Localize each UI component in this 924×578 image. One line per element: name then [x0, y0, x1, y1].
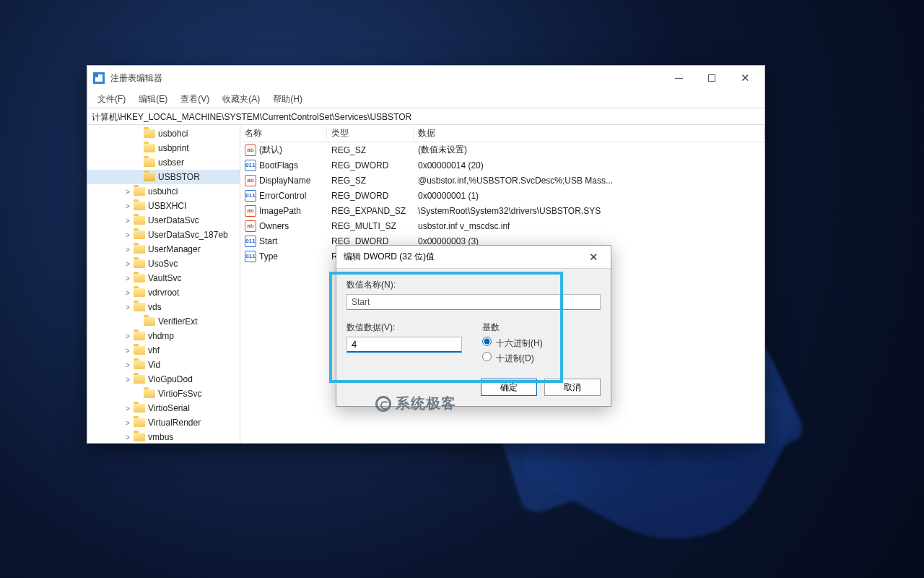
value-name: ErrorControl — [259, 191, 306, 201]
tree-item-label: Vid — [148, 360, 160, 370]
registry-tree[interactable]: usbohciusbprintusbserUSBSTOR>usbuhci>USB… — [87, 125, 240, 443]
expand-icon[interactable]: > — [122, 260, 134, 268]
folder-icon — [134, 259, 145, 268]
tree-item[interactable]: >VirtioSerial — [87, 401, 240, 415]
tree-item[interactable]: USBSTOR — [87, 170, 240, 184]
close-button[interactable]: ✕ — [728, 67, 762, 89]
tree-item[interactable]: >UserManager — [87, 242, 240, 256]
value-row[interactable]: abOwnersREG_MULTI_SZusbstor.inf v_mscdsc… — [240, 218, 764, 233]
tree-item[interactable]: usbohci — [87, 126, 240, 141]
expand-icon[interactable]: > — [122, 217, 134, 225]
menu-file[interactable]: 文件(F) — [92, 91, 131, 108]
column-headers[interactable]: 名称 类型 数据 — [240, 125, 764, 142]
header-name[interactable]: 名称 — [240, 127, 327, 139]
value-type: REG_MULTI_SZ — [327, 221, 414, 231]
value-name: Start — [259, 236, 277, 246]
value-type-icon: 011 — [245, 236, 256, 247]
expand-icon[interactable]: > — [122, 202, 134, 210]
value-type: REG_DWORD — [327, 191, 414, 201]
expand-icon[interactable]: > — [122, 347, 134, 355]
menu-edit[interactable]: 编辑(E) — [133, 91, 173, 108]
tree-item[interactable]: >vds — [87, 300, 240, 314]
menubar: 文件(F) 编辑(E) 查看(V) 收藏夹(A) 帮助(H) — [87, 90, 764, 108]
menu-favorites[interactable]: 收藏夹(A) — [217, 91, 266, 108]
tree-item-label: vhdmp — [148, 331, 174, 341]
tree-item[interactable]: VerifierExt — [87, 314, 240, 329]
value-name-label: 数值名称(N): — [346, 279, 601, 291]
window-title: 注册表编辑器 — [110, 72, 162, 85]
tree-item[interactable]: usbser — [87, 155, 240, 170]
tree-item[interactable]: usbprint — [87, 141, 240, 155]
value-name: BootFlags — [259, 160, 298, 171]
header-data[interactable]: 数据 — [414, 127, 764, 139]
radio-hex[interactable]: 十六进制(H) — [482, 337, 543, 350]
expand-icon[interactable]: > — [122, 303, 134, 311]
tree-item[interactable]: >USBXHCI — [87, 199, 240, 213]
dialog-close-button[interactable]: ✕ — [583, 251, 603, 264]
tree-item[interactable]: >vmbus — [87, 430, 240, 443]
tree-item[interactable]: VirtioFsSvc — [87, 387, 240, 401]
base-label: 基数 — [482, 322, 543, 334]
radio-dec[interactable]: 十进制(D) — [482, 352, 543, 365]
folder-icon — [134, 187, 145, 196]
expand-icon[interactable]: > — [122, 361, 134, 369]
value-row[interactable]: 011BootFlagsREG_DWORD0x00000014 (20) — [240, 158, 764, 173]
expand-icon[interactable]: > — [122, 405, 134, 413]
dialog-titlebar[interactable]: 编辑 DWORD (32 位)值 ✕ — [336, 246, 611, 269]
expand-icon[interactable]: > — [122, 188, 134, 196]
value-row[interactable]: abImagePathREG_EXPAND_SZ\SystemRoot\Syst… — [240, 203, 764, 218]
value-type-icon: 011 — [245, 160, 256, 171]
value-name-field[interactable] — [346, 294, 601, 310]
tree-item[interactable]: >UserDataSvc — [87, 213, 240, 228]
folder-icon — [134, 202, 145, 210]
expand-icon[interactable]: > — [122, 246, 134, 254]
regedit-icon — [93, 72, 105, 84]
expand-icon[interactable]: > — [122, 419, 134, 427]
value-data: 0x00000001 (1) — [414, 191, 764, 201]
tree-item[interactable]: >usbuhci — [87, 184, 240, 199]
ok-button[interactable]: 确定 — [481, 379, 537, 396]
minimize-button[interactable] — [662, 67, 695, 89]
cancel-button[interactable]: 取消 — [544, 379, 601, 396]
folder-icon — [134, 274, 145, 282]
expand-icon[interactable]: > — [122, 275, 134, 282]
value-row[interactable]: abDisplayNameREG_SZ@usbstor.inf,%USBSTOR… — [240, 173, 764, 188]
titlebar[interactable]: 注册表编辑器 ✕ — [87, 66, 764, 90]
expand-icon[interactable]: > — [122, 289, 134, 297]
tree-item-label: UserDataSvc — [148, 215, 199, 225]
expand-icon[interactable]: > — [122, 332, 134, 340]
menu-view[interactable]: 查看(V) — [175, 91, 215, 108]
folder-icon — [134, 375, 145, 384]
tree-item[interactable]: >UserDataSvc_187eb — [87, 228, 240, 242]
folder-icon — [134, 230, 145, 239]
tree-item[interactable]: >vhdmp — [87, 329, 240, 343]
value-data: \SystemRoot\System32\drivers\USBSTOR.SYS — [414, 206, 764, 216]
address-bar[interactable]: 计算机\HKEY_LOCAL_MACHINE\SYSTEM\CurrentCon… — [87, 108, 764, 125]
header-type[interactable]: 类型 — [327, 127, 414, 139]
menu-help[interactable]: 帮助(H) — [267, 91, 308, 108]
tree-item[interactable]: >vdrvroot — [87, 285, 240, 300]
folder-icon — [134, 245, 145, 254]
folder-icon — [134, 361, 145, 369]
folder-icon — [134, 404, 145, 413]
tree-item[interactable]: >VirtualRender — [87, 415, 240, 430]
tree-item[interactable]: >vhf — [87, 343, 240, 358]
tree-item-label: VirtualRender — [148, 418, 201, 428]
value-data: 0x00000014 (20) — [414, 160, 764, 171]
folder-icon — [144, 158, 155, 167]
tree-item[interactable]: >UsoSvc — [87, 256, 240, 271]
folder-icon — [134, 418, 145, 427]
tree-item[interactable]: >Vid — [87, 358, 240, 372]
value-row[interactable]: ab(默认)REG_SZ(数值未设置) — [240, 142, 764, 158]
value-row[interactable]: 011ErrorControlREG_DWORD0x00000001 (1) — [240, 188, 764, 203]
folder-icon — [144, 389, 155, 398]
tree-item[interactable]: >VaultSvc — [87, 271, 240, 285]
expand-icon[interactable]: > — [122, 231, 134, 239]
value-name: (默认) — [259, 144, 282, 156]
expand-icon[interactable]: > — [122, 434, 134, 441]
maximize-button[interactable] — [695, 67, 728, 89]
tree-item[interactable]: >VioGpuDod — [87, 372, 240, 387]
value-data: usbstor.inf v_mscdsc.inf — [414, 221, 764, 231]
expand-icon[interactable]: > — [122, 376, 134, 384]
value-data-field[interactable] — [346, 337, 462, 353]
